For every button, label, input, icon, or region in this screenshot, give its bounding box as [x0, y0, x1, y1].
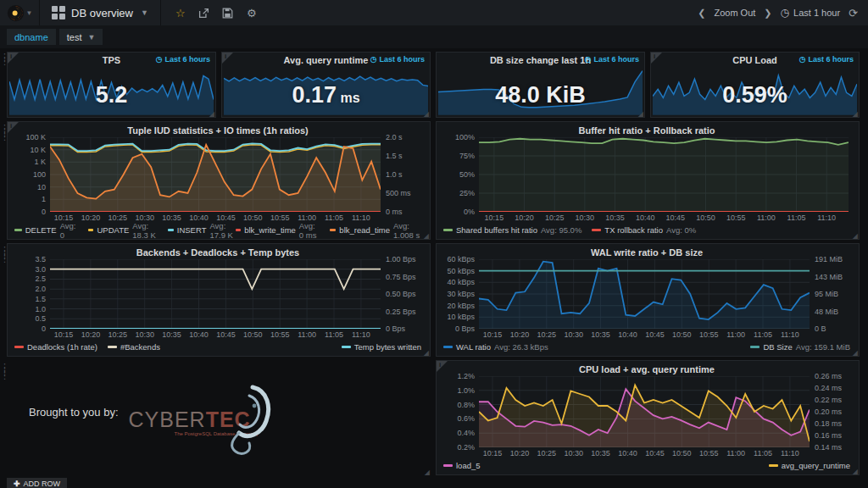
- y-axis-tick: 10: [37, 183, 46, 191]
- y-axis-right: 191 MiB143 MiB95 MiB48 MiB0 B: [810, 259, 855, 329]
- legend-item[interactable]: Deadlocks (1h rate): [14, 342, 97, 352]
- refresh-button[interactable]: ⟳: [849, 7, 858, 19]
- x-axis-tick: 10:20: [81, 330, 101, 339]
- singlestat-panel-tps[interactable]: iTPS◷Last 6 hours5.2◢: [7, 52, 216, 118]
- time-shift-badge[interactable]: ◷Last 6 hours: [799, 55, 854, 64]
- x-axis-tick: 10:40: [636, 214, 655, 222]
- plot-area[interactable]: [50, 259, 381, 329]
- singlestat-panel-dbsize[interactable]: DB size change last 1h◷Last 6 hours48.0 …: [436, 52, 645, 118]
- y-axis-tick: 0: [42, 324, 46, 333]
- y-axis-tick: 0.75 Bps: [386, 273, 416, 281]
- graph-title: Tuple IUD statistics + IO times (1h rati…: [9, 123, 426, 137]
- graph-panel-buffer-hit[interactable]: Buffer hit ratio + Rollback ratio100%75%…: [436, 121, 860, 240]
- submenu: dbname test ▼: [0, 25, 868, 48]
- x-axis-tick: 10:50: [243, 214, 263, 222]
- x-axis-tick: 11:05: [754, 449, 772, 458]
- y-axis-tick: 1.0 s: [386, 170, 403, 179]
- y-axis-tick: 0%: [464, 208, 475, 216]
- x-axis-tick: 10:40: [189, 330, 209, 339]
- clock-icon: ◷: [585, 55, 592, 64]
- legend-item[interactable]: UPDATEAvg: 18.3 K: [88, 221, 158, 240]
- y-axis-tick: 0.5: [35, 314, 46, 323]
- x-axis-tick: 10:50: [672, 449, 692, 458]
- grafana-menu-button[interactable]: ▼: [0, 0, 40, 25]
- share-icon: [198, 8, 209, 19]
- save-button[interactable]: [222, 7, 234, 19]
- legend-item[interactable]: WAL ratioAvg: 26.3 kBps: [443, 342, 548, 352]
- graph-panel-tuple-iud[interactable]: Tuple IUD statistics + IO times (1h rati…: [7, 121, 431, 240]
- legend-item[interactable]: blk_write_timeAvg: 0 ms: [236, 221, 320, 240]
- x-axis-tick: 11:10: [352, 214, 370, 222]
- legend-color-swatch: [14, 346, 24, 348]
- legend-item[interactable]: load_5: [443, 461, 481, 470]
- star-button[interactable]: ☆: [175, 7, 186, 19]
- graph-panel-backends[interactable]: Backends + Deadlocks + Temp bytes3.53.02…: [7, 243, 431, 357]
- variable-value-dropdown[interactable]: test ▼: [59, 29, 103, 45]
- time-range-picker[interactable]: ◷ Last 1 hour: [781, 7, 841, 19]
- time-shift-badge[interactable]: ◷Last 6 hours: [156, 55, 210, 64]
- panel-resize-handle[interactable]: ◢: [425, 469, 430, 476]
- legend-item[interactable]: TX rollback ratioAvg: 0%: [592, 225, 696, 235]
- graph-title: Buffer hit ratio + Rollback ratio: [438, 123, 855, 137]
- time-shift-badge[interactable]: ◷Last 6 hours: [370, 55, 425, 64]
- legend-color-swatch: [443, 229, 453, 231]
- legend-label: Shared buffers hit ratio: [456, 225, 537, 235]
- y-axis-tick: 25%: [459, 189, 475, 197]
- legend-item[interactable]: DELETEAvg: 0: [14, 221, 78, 240]
- legend-item[interactable]: INSERTAvg: 17.9 K: [168, 221, 236, 240]
- stat-value-unit: ms: [337, 91, 360, 105]
- plot-area[interactable]: [479, 376, 810, 447]
- legend-item[interactable]: #Backends: [108, 342, 160, 352]
- stat-value: 48.0 KiB: [437, 82, 644, 108]
- plot-area[interactable]: [50, 137, 381, 212]
- graph-canvas: [50, 259, 381, 329]
- y-axis-left: 100 K10 K1 K1001010: [9, 137, 50, 212]
- y-axis-tick: 0.6%: [457, 414, 475, 423]
- variable-value: test: [67, 32, 82, 42]
- y-axis-tick: 0.22 ms: [815, 396, 842, 404]
- zoom-out-button[interactable]: Zoom Out: [714, 8, 755, 18]
- row-drag-handle[interactable]: ⋮⋮⋮: [0, 248, 5, 261]
- legend-group-right: blk_write_timeAvg: 0 msblk_read_timeAvg:…: [236, 221, 421, 240]
- info-corner: [437, 361, 448, 372]
- add-row-button[interactable]: ✚ ADD ROW: [7, 478, 67, 488]
- y-axis-left: 3.53.02.52.01.51.00.50: [9, 259, 50, 329]
- legend-item[interactable]: DB SizeAvg: 159.1 MiB: [750, 342, 850, 352]
- save-icon: [222, 8, 233, 19]
- y-axis-tick: 0.18 ms: [815, 419, 842, 428]
- x-axis-tick: 10:45: [666, 214, 686, 222]
- legend-color-swatch: [769, 464, 778, 467]
- time-back-button[interactable]: ❮: [698, 8, 705, 19]
- legend-item[interactable]: blk_read_timeAvg: 1.008 s: [330, 221, 421, 240]
- singlestat-panel-runtime[interactable]: iAvg. query runtime◷Last 6 hours0.17 ms◢: [221, 52, 431, 118]
- plot-area[interactable]: [479, 137, 849, 212]
- graph-panel-cpu-load[interactable]: CPU load + avg. query runtime1.2%1.0%0.8…: [436, 360, 860, 475]
- settings-button[interactable]: ⚙: [246, 7, 258, 19]
- cybertec-elephant-icon: [224, 384, 275, 458]
- x-axis-tick: 11:00: [298, 330, 316, 339]
- time-shift-badge[interactable]: ◷Last 6 hours: [585, 55, 639, 64]
- singlestat-panel-cpu[interactable]: iCPU Load◷Last 6 hours0.59%◢: [650, 52, 860, 118]
- graph-panel-wal[interactable]: WAL write ratio + DB size60 kBps50 kBps4…: [436, 243, 860, 357]
- row-drag-handle[interactable]: ⋮⋮⋮: [0, 365, 5, 378]
- time-forward-button[interactable]: ❯: [764, 8, 771, 19]
- legend-item[interactable]: Temp bytes written: [342, 342, 421, 352]
- clock-icon: ◷: [370, 55, 377, 64]
- stat-value: 5.2: [8, 82, 215, 108]
- plot-area[interactable]: [479, 259, 810, 329]
- legend-item[interactable]: avg_query_runtime: [769, 461, 850, 470]
- row-drag-handle[interactable]: ⋮⋮: [0, 55, 5, 64]
- legend-item[interactable]: Shared buffers hit ratioAvg: 95.0%: [443, 225, 581, 235]
- dashboard-picker[interactable]: DB overview ▼: [40, 0, 161, 25]
- x-axis-tick: 11:05: [325, 330, 343, 339]
- stat-value-number: 0.59%: [722, 82, 787, 108]
- row-drag-handle[interactable]: ⋮⋮⋮: [0, 126, 5, 139]
- x-axis-tick: 10:20: [81, 214, 101, 222]
- graph-title: CPU load + avg. query runtime: [438, 362, 855, 376]
- legend-value: Avg: 0 ms: [299, 221, 320, 240]
- chevron-down-icon: ▼: [26, 9, 33, 17]
- share-button[interactable]: [198, 7, 210, 19]
- y-axis-tick: 3.0: [35, 265, 46, 274]
- y-axis-tick: 1.0: [35, 305, 46, 313]
- x-axis-tick: 10:15: [54, 214, 74, 222]
